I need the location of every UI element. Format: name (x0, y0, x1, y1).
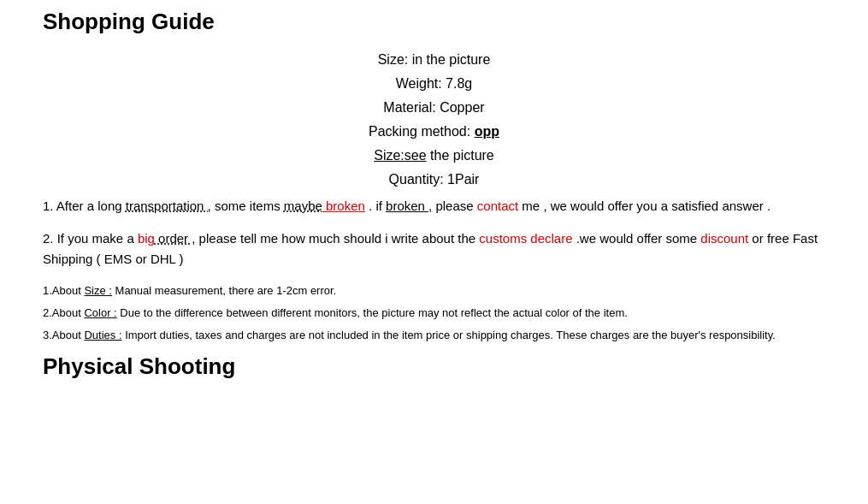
satisfied-answer: satisfied answer (671, 199, 764, 213)
size-line: Size: in the picture (43, 52, 825, 68)
big-text: big (138, 231, 155, 246)
order-text: order , (155, 231, 196, 246)
transportation-text: transportation , (126, 199, 211, 213)
contact-link[interactable]: contact (477, 199, 518, 213)
discount-text: discount (700, 231, 748, 246)
packing-line: Packing method: opp (43, 124, 825, 139)
size-see-line: Size:see the picture (43, 148, 825, 163)
customs-link[interactable]: customs declare (479, 231, 572, 246)
maybe-text: maybe (284, 199, 322, 213)
weight-line: Weight: 7.8g (43, 76, 825, 92)
size-label: Size : (84, 284, 112, 297)
note-2: 2.About Color : Due to the difference be… (43, 304, 825, 323)
broken-text: broken , (386, 199, 432, 213)
paragraph-1: 1. After a long transportation , some it… (43, 196, 825, 216)
packing-label: Packing method: opp (369, 124, 499, 139)
color-label: Color : (84, 306, 116, 319)
duties-label: Duties : (84, 329, 121, 341)
paragraph-2: 2. If you make a big order , please tell… (43, 228, 825, 270)
material-line: Material: Copper (43, 100, 825, 116)
size-see-label: Size:see the picture (374, 148, 494, 163)
quantity-line: Quantity: 1Pair (43, 172, 825, 187)
physical-shooting-title: Physical Shooting (43, 353, 825, 380)
note-1: 1.About Size : Manual measurement, there… (43, 282, 825, 300)
note-3: 3.About Duties : Import duties, taxes an… (43, 326, 825, 345)
shopping-guide-title: Shopping Guide (43, 9, 825, 35)
